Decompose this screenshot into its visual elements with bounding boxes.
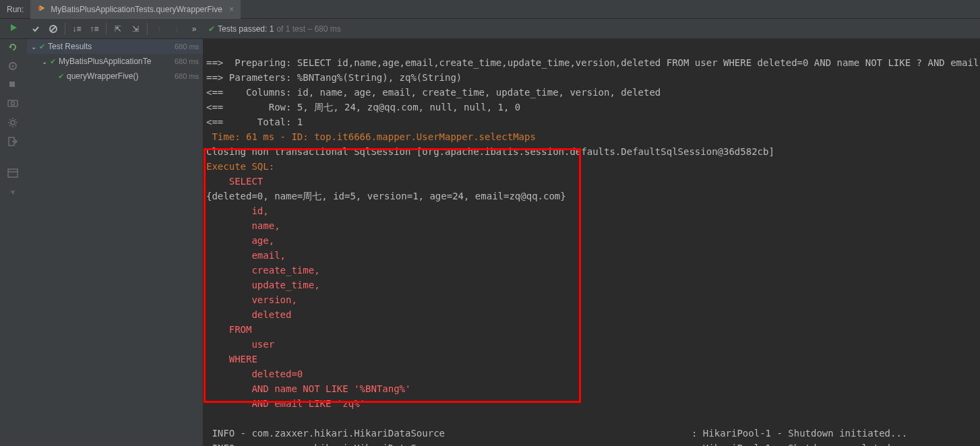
console-line: age,	[206, 235, 274, 246]
console-line: INFO - com.zaxxer.hikari.HikariDataSourc…	[206, 441, 692, 446]
svg-line-4	[51, 26, 56, 32]
run-config-title: MyBatisPlusApplicationTests.queryWrapper…	[51, 5, 222, 14]
console-line: version,	[206, 294, 297, 305]
more-button[interactable]: »	[185, 20, 203, 38]
console-line: ==> Parameters: %BNTang%(String), zq%(St…	[206, 72, 462, 83]
tree-root[interactable]: ⌄ ✔ Test Results 680 ms	[27, 39, 203, 54]
next-test-button[interactable]: ↓	[168, 20, 185, 38]
exit-icon[interactable]	[7, 136, 20, 148]
collapse-all-button[interactable]: ⇲	[127, 20, 144, 38]
tests-total: of 1 test – 680 ms	[276, 24, 340, 34]
console-line: AND name NOT LIKE '%BNTang%'	[206, 383, 417, 394]
test-status-summary: ✔ Tests passed: 1 of 1 test – 680 ms	[208, 24, 341, 34]
tree-time: 680 ms	[175, 57, 203, 65]
console-line: ==> Preparing: SELECT id,name,age,email,…	[206, 57, 980, 68]
target-icon[interactable]	[7, 61, 20, 73]
check-icon: ✔	[208, 24, 215, 34]
tree-time: 680 ms	[175, 42, 203, 51]
console-line: AND email LIKE 'zq%'	[206, 398, 365, 409]
test-tree: ⌄ ✔ Test Results 680 ms ⌄ ✔ MyBatisPlusA…	[27, 39, 204, 446]
svg-point-7	[12, 65, 14, 67]
tree-label: MyBatisPlusApplicationTe	[59, 57, 151, 66]
svg-point-10	[11, 102, 15, 105]
console-line: : HikariPool-1 - Shutdown initiated...	[692, 428, 907, 439]
show-passed-button[interactable]	[27, 20, 44, 38]
gear-icon[interactable]	[7, 117, 20, 129]
tree-time: 680 ms	[175, 72, 203, 80]
test-config-icon	[37, 3, 47, 15]
svg-marker-2	[11, 24, 17, 31]
console-line: <== Total: 1	[206, 117, 303, 127]
rerun-button[interactable]	[9, 23, 18, 34]
console-line: create_time,	[206, 265, 320, 276]
console-line: FROM	[206, 324, 251, 335]
chevron-down-icon: ⌄	[42, 58, 47, 65]
console-line: id,	[206, 205, 269, 216]
console-line: Closing non transactional SqlSession [or…	[206, 146, 774, 157]
run-config-tab[interactable]: MyBatisPlusApplicationTests.queryWrapper…	[30, 0, 241, 19]
console-line: deleted	[206, 309, 297, 320]
tree-class[interactable]: ⌄ ✔ MyBatisPlusApplicationTe 680 ms	[27, 54, 203, 69]
check-icon: ✔	[58, 72, 64, 81]
expand-all-button[interactable]: ⇱	[109, 20, 127, 38]
sort-up-button[interactable]: ↑≡	[86, 20, 103, 38]
tests-passed-count: Tests passed: 1	[218, 24, 274, 34]
svg-rect-8	[9, 82, 15, 87]
console-line: INFO - com.zaxxer.hikari.HikariDataSourc…	[206, 426, 692, 441]
separator	[65, 23, 65, 35]
console-line: {deleted=0, name=周七, id=5, version=1, ag…	[206, 191, 566, 201]
console-line: SELECT	[206, 176, 263, 187]
console-line: deleted=0	[206, 369, 309, 379]
run-tab-bar: Run: MyBatisPlusApplicationTests.queryWr…	[0, 0, 980, 19]
separator	[106, 23, 106, 35]
run-label: Run:	[0, 5, 30, 14]
close-icon[interactable]: ×	[229, 5, 234, 14]
chevron-down-icon: ⌄	[31, 43, 36, 51]
test-toolbar: ↓≡ ↑≡ ⇱ ⇲ ↑ ↓ » ✔ Tests passed: 1 of 1 t…	[0, 19, 980, 39]
layout-icon[interactable]	[7, 168, 20, 181]
check-icon: ✔	[39, 42, 45, 51]
tree-label: Test Results	[48, 42, 92, 51]
console-line: user	[206, 339, 280, 350]
tree-label: queryWrapperFive()	[67, 71, 138, 81]
check-icon: ✔	[50, 57, 56, 66]
prev-test-button[interactable]: ↑	[150, 20, 168, 38]
console-line: Execute SQL:	[206, 161, 274, 172]
console-line: email,	[206, 250, 286, 261]
console-line: WHERE	[206, 354, 257, 364]
run-toolwindow-gutter	[0, 39, 27, 446]
main-area: ⌄ ✔ Test Results 680 ms ⌄ ✔ MyBatisPlusA…	[0, 39, 980, 446]
separator	[147, 23, 148, 35]
tree-method[interactable]: ✔ queryWrapperFive() 680 ms	[27, 69, 203, 84]
stop-icon[interactable]	[7, 79, 20, 92]
svg-rect-13	[8, 169, 18, 177]
console-line: Time: 61 ms - ID: top.it6666.mapper.User…	[206, 131, 536, 142]
camera-icon[interactable]	[7, 98, 20, 110]
show-ignored-button[interactable]	[44, 20, 62, 38]
console-line: update_time,	[206, 280, 320, 290]
console-output[interactable]: ==> Preparing: SELECT id,name,age,email,…	[204, 39, 980, 446]
console-line: <== Row: 5, 周七, 24, zq@qq.com, null, nul…	[206, 102, 520, 113]
redo-icon[interactable]	[7, 42, 20, 54]
sort-down-button[interactable]: ↓≡	[68, 20, 86, 38]
console-line: name,	[206, 220, 280, 231]
console-line: <== Columns: id, name, age, email, creat…	[206, 87, 661, 98]
console-line: : HikariPool-1 - Shutdown completed.	[692, 443, 896, 446]
svg-point-11	[11, 121, 15, 125]
pin-icon[interactable]	[7, 187, 20, 199]
